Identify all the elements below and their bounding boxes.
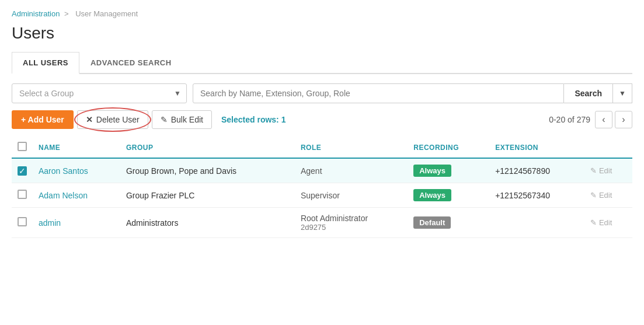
row-checkbox[interactable] (18, 217, 27, 226)
col-header-group: GROUP (120, 137, 295, 158)
search-input[interactable] (193, 83, 564, 103)
user-recording: Always (408, 183, 489, 208)
tab-advanced-search[interactable]: ADVANCED SEARCH (79, 52, 183, 73)
tabs-container: ALL USERS ADVANCED SEARCH (12, 52, 632, 74)
breadcrumb-parent[interactable]: Administration (12, 9, 60, 18)
user-recording: Always (408, 158, 489, 183)
breadcrumb-separator: > (64, 9, 69, 18)
col-header-check (12, 137, 33, 158)
user-name-link[interactable]: Aaron Santos (39, 166, 88, 176)
user-role: Root Administrator2d9275 (295, 208, 408, 238)
next-page-button[interactable]: › (615, 111, 632, 128)
recording-badge: Always (413, 189, 451, 201)
col-header-edit (584, 137, 632, 158)
user-group: Administrators (120, 208, 295, 238)
delete-user-button[interactable]: ✕ Delete User (77, 110, 148, 129)
user-extension (489, 208, 584, 238)
col-header-role: ROLE (295, 137, 408, 158)
pagination: 0-20 of 279 ‹ › (549, 111, 632, 128)
page-title: Users (12, 24, 632, 43)
selected-rows-info: Selected rows: 1 (221, 115, 286, 124)
filter-row: Select a Group ▼ Search ▼ (12, 83, 632, 103)
recording-badge: Always (413, 165, 451, 177)
user-role: Supervisor (295, 183, 408, 208)
row-checkbox[interactable]: ✓ (18, 166, 27, 176)
x-icon: ✕ (86, 115, 93, 124)
page-info: 0-20 of 279 (549, 115, 590, 124)
table-row: Adam NelsonGroup Frazier PLCSupervisorAl… (12, 183, 632, 208)
user-group: Group Brown, Pope and Davis (120, 158, 295, 183)
edit-user-button[interactable]: ✎ Edit (590, 218, 612, 227)
recording-badge: Default (413, 216, 451, 229)
edit-pencil-icon: ✎ (590, 191, 597, 200)
bulk-edit-button[interactable]: ✎ Bulk Edit (152, 110, 212, 129)
col-header-recording: RECORDING (408, 137, 489, 158)
breadcrumb: Administration > User Management (12, 9, 632, 18)
user-group: Group Frazier PLC (120, 183, 295, 208)
edit-user-button[interactable]: ✎ Edit (590, 166, 612, 175)
col-header-extension: EXTENSION (489, 137, 584, 158)
add-user-button[interactable]: + Add User (12, 110, 74, 129)
search-dropdown-button[interactable]: ▼ (613, 83, 632, 103)
breadcrumb-current: User Management (75, 9, 138, 18)
user-extension: +12124567890 (489, 158, 584, 183)
action-row: + Add User ✕ Delete User ✎ Bulk Edit Sel… (12, 110, 632, 129)
user-role: Agent (295, 158, 408, 183)
search-button[interactable]: Search (564, 83, 613, 103)
edit-icon: ✎ (161, 115, 168, 124)
user-recording: Default (408, 208, 489, 238)
prev-page-button[interactable]: ‹ (595, 111, 612, 128)
search-group: Search ▼ (193, 83, 632, 103)
user-name-link[interactable]: Adam Nelson (39, 191, 88, 200)
user-name-link[interactable]: admin (39, 218, 61, 228)
group-select[interactable]: Select a Group (12, 83, 187, 103)
edit-user-button[interactable]: ✎ Edit (590, 191, 612, 200)
row-checkbox[interactable] (18, 190, 27, 199)
group-select-wrapper: Select a Group ▼ (12, 83, 187, 103)
header-checkbox[interactable] (18, 142, 27, 151)
users-table: NAME GROUP ROLE RECORDING EXTENSION ✓Aar… (12, 137, 632, 238)
table-row: ✓Aaron SantosGroup Brown, Pope and Davis… (12, 158, 632, 183)
edit-pencil-icon: ✎ (590, 218, 597, 227)
tab-all-users[interactable]: ALL USERS (12, 52, 79, 74)
table-row: adminAdministratorsRoot Administrator2d9… (12, 208, 632, 238)
edit-pencil-icon: ✎ (590, 166, 597, 175)
col-header-name: NAME (33, 137, 120, 158)
user-extension: +12152567340 (489, 183, 584, 208)
